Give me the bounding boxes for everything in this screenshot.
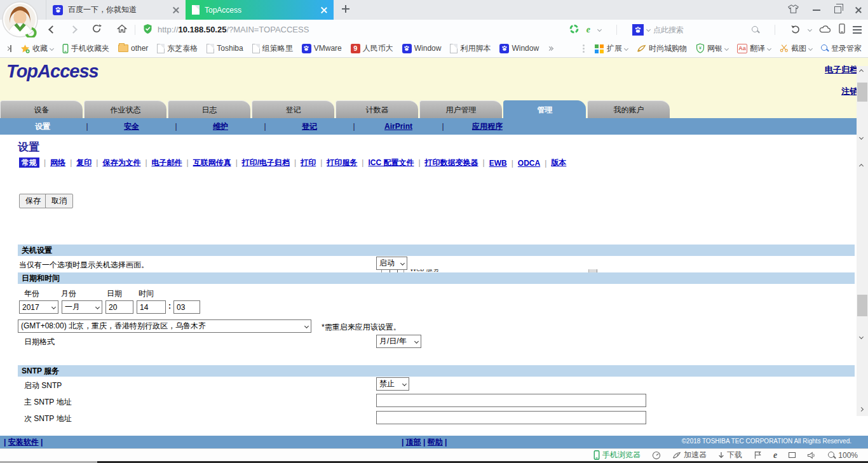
bookmark-folder-other[interactable]: other bbox=[118, 44, 148, 53]
scroll-down-icon[interactable] bbox=[860, 335, 863, 339]
tab-job-status[interactable]: 作业状态 bbox=[84, 100, 166, 118]
subtab-version[interactable]: 版本 bbox=[551, 158, 566, 168]
extensions-button[interactable]: 扩展 bbox=[595, 43, 628, 54]
bookmark-vmware[interactable]: VMware bbox=[302, 44, 342, 53]
bookmark-window-2[interactable]: Window bbox=[499, 44, 539, 53]
help-link[interactable]: 帮助 bbox=[428, 438, 443, 446]
bookmark-rmb[interactable]: 9人民币大 bbox=[351, 43, 393, 54]
subtab-network[interactable]: 网络 bbox=[50, 158, 76, 168]
undo-dropdown-icon[interactable] bbox=[808, 27, 812, 32]
subnav-airprint[interactable]: AirPrint bbox=[356, 122, 441, 131]
save-button[interactable]: 保存 bbox=[19, 194, 47, 208]
mode-dropdown-icon[interactable] bbox=[597, 27, 602, 32]
vertical-scroll-thumb[interactable] bbox=[857, 83, 867, 102]
earchive-link[interactable]: 电子归档 bbox=[825, 64, 858, 76]
vertical-scroll-thumb[interactable] bbox=[857, 295, 867, 316]
restore-icon[interactable] bbox=[834, 6, 841, 13]
mobile-sync-icon[interactable] bbox=[839, 23, 845, 36]
cancel-button[interactable]: 取消 bbox=[45, 194, 73, 208]
bookmark-script[interactable]: 利用脚本 bbox=[450, 43, 491, 54]
subtab-print-service[interactable]: 打印服务 bbox=[327, 158, 368, 168]
subtab-copier[interactable]: 复印 bbox=[76, 158, 102, 168]
baidu-search-icon[interactable] bbox=[632, 24, 644, 36]
password-manager-button[interactable]: 登录管家 bbox=[821, 43, 862, 54]
shopping-button[interactable]: 时尚城购物 bbox=[637, 43, 687, 54]
tab-device[interactable]: 设备 bbox=[0, 100, 83, 118]
new-tab-button[interactable] bbox=[342, 5, 349, 13]
close-tab-icon[interactable] bbox=[173, 7, 179, 13]
vertical-scrollbar[interactable] bbox=[857, 66, 868, 405]
install-software-link[interactable]: 安装软件 bbox=[8, 438, 39, 446]
menu-icon[interactable] bbox=[853, 26, 862, 34]
security-shield-icon[interactable] bbox=[143, 23, 153, 36]
subnav-setup[interactable]: 设置 bbox=[0, 121, 85, 132]
minute-input[interactable] bbox=[173, 300, 200, 314]
window-mode-icon[interactable] bbox=[789, 452, 796, 458]
subnav-maintenance[interactable]: 维护 bbox=[178, 121, 263, 132]
day-input[interactable] bbox=[105, 300, 133, 314]
bookmark-toshiba-tec[interactable]: 东芝泰格 bbox=[157, 43, 198, 54]
top-link[interactable]: 顶部 bbox=[406, 438, 421, 446]
back-icon[interactable] bbox=[48, 25, 57, 34]
subtab-email[interactable]: 电子邮件 bbox=[152, 158, 193, 168]
screenshot-button[interactable]: 截图 bbox=[780, 43, 812, 54]
subnav-registration[interactable]: 登记 bbox=[267, 121, 352, 132]
tab-user-management[interactable]: 用户管理 bbox=[419, 100, 502, 118]
bookmark-mobile-folder[interactable]: 手机收藏夹 bbox=[62, 43, 109, 54]
download-button[interactable]: 下载 bbox=[718, 450, 742, 460]
subtab-internet-fax[interactable]: 互联网传真 bbox=[193, 158, 242, 168]
subtab-print[interactable]: 打印 bbox=[301, 158, 327, 168]
close-window-icon[interactable] bbox=[855, 7, 862, 13]
subtab-odca[interactable]: ODCA bbox=[518, 159, 551, 168]
tab-my-account[interactable]: 我的账户 bbox=[587, 100, 670, 118]
subtab-save-as-file[interactable]: 保存为文件 bbox=[102, 158, 151, 168]
speed-test-icon[interactable] bbox=[652, 451, 661, 460]
date-format-select[interactable]: 月/日/年 bbox=[376, 335, 421, 348]
tab-administration[interactable]: 管理 bbox=[503, 100, 586, 118]
sntp-primary-input[interactable] bbox=[376, 394, 646, 407]
address-bar[interactable]: http://10.188.50.25/?MAIN=TOPACCESS bbox=[143, 23, 569, 36]
search-icon[interactable] bbox=[752, 26, 759, 34]
mute-icon[interactable] bbox=[807, 452, 817, 459]
scroll-right-icon[interactable] bbox=[860, 408, 863, 411]
minimize-icon[interactable] bbox=[813, 10, 820, 11]
speed-mode-icon[interactable] bbox=[569, 24, 579, 36]
subtab-ewb[interactable]: EWB bbox=[489, 159, 518, 168]
tab-logs[interactable]: 日志 bbox=[168, 100, 250, 118]
scroll-up-icon[interactable] bbox=[860, 70, 863, 73]
zoom-control[interactable]: 100% bbox=[828, 451, 858, 460]
tab-topaccess[interactable]: TopAccess bbox=[186, 0, 334, 20]
ie-mode-icon[interactable]: e bbox=[587, 25, 590, 35]
mobile-browser-button[interactable]: 手机浏览器 bbox=[593, 450, 641, 460]
user-avatar[interactable] bbox=[2, 1, 38, 37]
tab-registration[interactable]: 登记 bbox=[252, 100, 334, 118]
cloud-sync-icon[interactable] bbox=[819, 25, 831, 35]
more-bookmarks-icon[interactable] bbox=[548, 47, 553, 50]
sntp-enable-select[interactable]: 禁止 bbox=[376, 377, 409, 391]
bookmark-favorites[interactable]: 收藏 bbox=[20, 43, 53, 54]
url-text[interactable]: http://10.188.50.25/?MAIN=TOPACCESS bbox=[158, 25, 309, 34]
timezone-select[interactable]: (GMT+08:00) 北京，重庆，香港特别行政区，乌鲁木齐 bbox=[18, 319, 311, 333]
tab-baidu[interactable]: 百度一下，你就知道 bbox=[46, 0, 186, 20]
search-box[interactable] bbox=[632, 24, 759, 36]
ebank-button[interactable]: ¥ 网银 bbox=[696, 43, 728, 54]
translate-button[interactable]: Aa翻译 bbox=[737, 43, 771, 54]
refresh-icon[interactable] bbox=[92, 23, 102, 36]
undo-icon[interactable] bbox=[790, 23, 801, 36]
bookmark-window-1[interactable]: Window bbox=[402, 44, 442, 53]
month-select[interactable]: 一月 bbox=[62, 300, 102, 314]
scrollbar-corner[interactable] bbox=[857, 405, 868, 416]
forward-icon[interactable] bbox=[69, 25, 78, 34]
shutdown-select[interactable]: 启动 bbox=[376, 257, 407, 270]
ie-compat-icon[interactable]: e bbox=[773, 450, 777, 460]
skin-icon[interactable] bbox=[788, 4, 799, 15]
tab-counter[interactable]: 计数器 bbox=[336, 100, 418, 118]
year-select[interactable]: 2017 bbox=[19, 300, 58, 314]
home-icon[interactable] bbox=[117, 23, 127, 36]
subtab-print-data-converter[interactable]: 打印数据变换器 bbox=[425, 158, 489, 168]
logout-link[interactable]: 注销 bbox=[841, 86, 858, 97]
close-tab-icon[interactable] bbox=[321, 7, 327, 13]
bookmark-toshiba[interactable]: Toshiba bbox=[207, 44, 243, 53]
accelerator-button[interactable]: 加速器 bbox=[672, 450, 707, 460]
subnav-security[interactable]: 安全 bbox=[89, 121, 174, 132]
